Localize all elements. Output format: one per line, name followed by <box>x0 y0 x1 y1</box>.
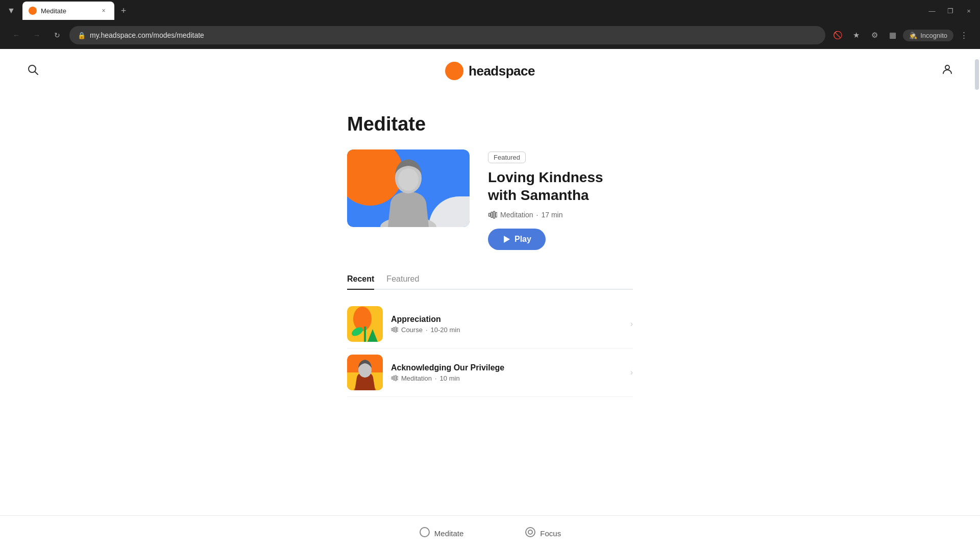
play-label: Play <box>514 235 531 244</box>
featured-type: Meditation <box>500 211 533 219</box>
sidebar-icon[interactable]: ▦ <box>885 27 901 43</box>
address-bar[interactable]: 🔒 my.headspace.com/modes/meditate <box>69 26 825 44</box>
appreciation-artwork <box>347 306 383 342</box>
nav-left <box>24 61 41 81</box>
svg-marker-11 <box>504 236 510 243</box>
minimize-button[interactable]: — <box>925 4 939 18</box>
svg-rect-13 <box>364 327 366 342</box>
tab-bar: ▼ Meditate × + — ❐ × <box>0 0 980 21</box>
list-thumb-privilege <box>347 355 383 390</box>
logo-icon <box>445 62 463 80</box>
featured-card: Featured Loving Kindness with Samantha M… <box>347 149 633 250</box>
svg-marker-15 <box>368 329 378 342</box>
play-icon <box>502 235 510 243</box>
list-meta-privilege: Meditation · 10 min <box>391 374 622 382</box>
tracking-protection-icon[interactable]: 🚫 <box>829 27 846 43</box>
appreciation-duration: 10-20 min <box>431 326 460 334</box>
incognito-badge: 🕵 Incognito <box>903 30 953 41</box>
featured-image <box>347 149 470 227</box>
privilege-person <box>350 355 380 390</box>
focus-icon <box>525 527 536 540</box>
tab-featured[interactable]: Featured <box>386 274 419 289</box>
bottom-nav-meditate-label: Meditate <box>434 529 464 538</box>
audio-icon <box>488 210 497 219</box>
tab-close-button[interactable]: × <box>99 6 108 15</box>
new-tab-button[interactable]: + <box>116 4 131 18</box>
page-title: Meditate <box>347 113 633 135</box>
featured-badge: Featured <box>488 152 526 163</box>
featured-separator: · <box>536 211 538 219</box>
active-tab[interactable]: Meditate × <box>22 2 114 20</box>
scrollbar-track <box>974 49 980 551</box>
list-info-privilege: Acknowledging Our Privilege Meditation ·… <box>391 363 622 382</box>
close-window-button[interactable]: × <box>962 4 976 18</box>
svg-rect-24 <box>395 375 396 381</box>
svg-rect-18 <box>395 327 396 333</box>
logo-text: headspace <box>469 63 535 79</box>
person-figure <box>375 152 442 227</box>
svg-point-28 <box>528 530 532 534</box>
bottom-nav-focus[interactable]: Focus <box>525 527 561 540</box>
svg-point-26 <box>420 528 429 537</box>
svg-rect-17 <box>394 328 395 332</box>
browser-chrome: ▼ Meditate × + — ❐ × ← → ↻ 🔒 my.headspac… <box>0 0 980 49</box>
browser-settings-icon[interactable]: ⚙ <box>866 27 883 43</box>
tab-recent[interactable]: Recent <box>347 274 374 289</box>
address-bar-row: ← → ↻ 🔒 my.headspace.com/modes/meditate … <box>0 21 980 49</box>
appreciation-thumb <box>347 306 383 342</box>
svg-rect-10 <box>496 213 497 217</box>
svg-point-6 <box>398 168 419 191</box>
bottom-nav-meditate[interactable]: Meditate <box>419 527 464 540</box>
svg-rect-19 <box>397 328 398 332</box>
svg-rect-23 <box>394 376 395 380</box>
list-item-privilege[interactable]: Acknowledging Our Privilege Meditation ·… <box>347 348 633 397</box>
list-info-appreciation: Appreciation Course · 10-20 min <box>391 315 622 334</box>
play-button[interactable]: Play <box>488 229 546 250</box>
featured-meta: Meditation · 17 min <box>488 210 633 219</box>
list-meta-appreciation: Course · 10-20 min <box>391 326 622 334</box>
tab-title: Meditate <box>41 7 95 15</box>
maximize-button[interactable]: ❐ <box>943 4 958 18</box>
svg-rect-25 <box>397 377 398 380</box>
featured-info: Featured Loving Kindness with Samantha M… <box>488 149 633 250</box>
security-lock-icon: 🔒 <box>78 32 86 39</box>
toolbar-icons: 🚫 ★ ⚙ ▦ 🕵 Incognito ⋮ <box>829 27 972 43</box>
privilege-duration: 10 min <box>440 374 460 382</box>
tabs-row: Recent Featured <box>347 274 633 290</box>
tab-list-button[interactable]: ▼ <box>4 4 18 18</box>
list-title-privilege: Acknowledging Our Privilege <box>391 363 622 372</box>
meditate-icon <box>419 527 430 540</box>
bottom-nav-focus-label: Focus <box>540 529 561 538</box>
svg-rect-22 <box>391 377 393 380</box>
page-content: headspace Meditate <box>0 49 980 551</box>
incognito-icon: 🕵 <box>909 32 917 39</box>
search-icon <box>27 63 39 76</box>
bookmark-icon[interactable]: ★ <box>848 27 864 43</box>
appreciation-type: Course <box>401 326 423 334</box>
profile-icon <box>941 63 953 76</box>
content-container: Meditate <box>347 113 633 397</box>
search-button[interactable] <box>24 61 41 81</box>
svg-point-12 <box>353 307 372 331</box>
tab-favicon <box>29 7 37 15</box>
privilege-thumb <box>347 355 383 390</box>
svg-rect-9 <box>494 211 495 218</box>
window-controls: — ❐ × <box>925 4 976 18</box>
forward-button[interactable]: → <box>29 27 45 43</box>
scrollbar-thumb[interactable] <box>975 59 979 90</box>
profile-button[interactable] <box>939 61 955 81</box>
main-content: Meditate <box>0 93 980 417</box>
featured-image-wrapper <box>347 149 470 227</box>
chevron-right-icon-2: › <box>630 368 633 377</box>
extensions-icon[interactable]: ⋮ <box>955 27 972 43</box>
reload-button[interactable]: ↻ <box>49 27 65 43</box>
list-item[interactable]: Appreciation Course · 10-20 min › <box>347 300 633 348</box>
featured-duration: 17 min <box>541 211 562 219</box>
bottom-nav: Meditate Focus <box>0 515 980 551</box>
top-nav: headspace <box>0 49 980 93</box>
url-text: my.headspace.com/modes/meditate <box>90 31 817 39</box>
nav-right <box>939 61 955 81</box>
svg-rect-16 <box>391 329 393 331</box>
featured-title: Loving Kindness with Samantha <box>488 168 633 204</box>
back-button[interactable]: ← <box>8 27 24 43</box>
